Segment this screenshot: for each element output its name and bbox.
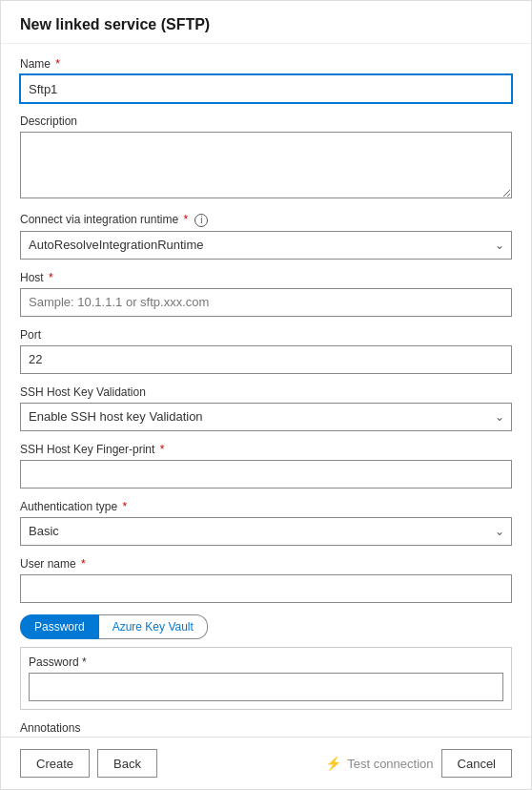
panel-body: Name * Description Connect via integrati… — [1, 44, 531, 737]
name-label: Name * — [20, 57, 512, 71]
auth-type-field-group: Authentication type * Basic ⌄ — [20, 500, 512, 546]
description-field-group: Description — [20, 114, 512, 201]
name-field-group: Name * — [20, 57, 512, 103]
username-field-group: User name * — [20, 557, 512, 603]
panel-title: New linked service (SFTP) — [20, 16, 512, 33]
integration-runtime-select-wrapper: AutoResolveIntegrationRuntime ⌄ — [20, 231, 512, 260]
host-input[interactable] — [20, 288, 512, 317]
integration-runtime-select[interactable]: AutoResolveIntegrationRuntime — [20, 231, 512, 260]
username-input[interactable] — [20, 574, 512, 603]
port-input[interactable] — [20, 345, 512, 374]
integration-runtime-required: * — [183, 213, 188, 226]
annotations-label: Annotations — [20, 721, 512, 735]
auth-tabs: Password Azure Key Vault — [20, 614, 512, 639]
ssh-fingerprint-input[interactable] — [20, 460, 512, 489]
username-required: * — [81, 557, 86, 571]
integration-runtime-label: Connect via integration runtime * i — [20, 213, 512, 227]
ssh-validation-select[interactable]: Enable SSH host key Validation — [20, 403, 512, 431]
panel-footer: Create Back ⚡ Test connection Cancel — [1, 737, 531, 789]
cancel-button[interactable]: Cancel — [441, 749, 512, 778]
ssh-fingerprint-field-group: SSH Host Key Finger-print * — [20, 443, 512, 489]
ssh-validation-field-group: SSH Host Key Validation Enable SSH host … — [20, 385, 512, 431]
auth-type-required: * — [122, 500, 127, 513]
auth-type-select[interactable]: Basic — [20, 517, 512, 546]
description-label: Description — [20, 114, 512, 128]
back-button[interactable]: Back — [97, 749, 157, 778]
integration-runtime-field-group: Connect via integration runtime * i Auto… — [20, 213, 512, 260]
ssh-validation-label: SSH Host Key Validation — [20, 385, 512, 399]
test-connection-label: Test connection — [347, 757, 433, 771]
integration-runtime-info-icon[interactable]: i — [194, 214, 208, 227]
ssh-validation-select-wrapper: Enable SSH host key Validation ⌄ — [20, 403, 512, 431]
username-label: User name * — [20, 557, 512, 571]
password-box: Password * — [20, 647, 512, 710]
annotations-section: Annotations + New — [20, 721, 512, 737]
password-label: Password * — [29, 655, 503, 669]
password-input[interactable] — [29, 673, 503, 701]
port-label: Port — [20, 328, 512, 342]
ssh-fingerprint-label: SSH Host Key Finger-print * — [20, 443, 512, 456]
host-label: Host * — [20, 271, 512, 284]
test-connection-icon: ⚡ — [325, 756, 341, 771]
test-connection-button[interactable]: ⚡ Test connection — [325, 756, 433, 771]
host-field-group: Host * — [20, 271, 512, 317]
auth-tabs-group: Password Azure Key Vault Password * — [20, 614, 512, 710]
port-field-group: Port — [20, 328, 512, 374]
panel-header: New linked service (SFTP) — [1, 1, 531, 44]
password-required: * — [82, 655, 87, 669]
sftp-panel: New linked service (SFTP) Name * Descrip… — [0, 0, 532, 790]
auth-type-select-wrapper: Basic ⌄ — [20, 517, 512, 546]
password-tab[interactable]: Password — [20, 614, 99, 639]
name-required: * — [55, 57, 60, 71]
create-button[interactable]: Create — [20, 749, 90, 778]
name-input[interactable] — [20, 74, 512, 103]
auth-type-label: Authentication type * — [20, 500, 512, 513]
description-input[interactable] — [20, 132, 512, 198]
host-required: * — [49, 271, 53, 284]
azure-key-vault-tab[interactable]: Azure Key Vault — [99, 614, 208, 639]
ssh-fingerprint-required: * — [160, 443, 165, 456]
